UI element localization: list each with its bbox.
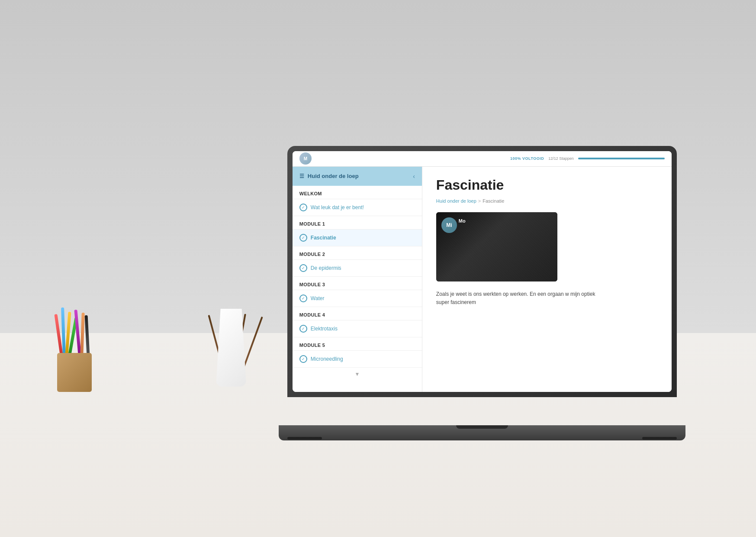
progress-bar-track <box>578 158 665 159</box>
top-bar: M 100% VOLTOOID 12/12 Stappen <box>293 151 672 167</box>
sidebar-item-label-water: Water <box>311 295 325 301</box>
check-icon-elektrotaxis: ✓ <box>299 325 307 333</box>
sidebar: ☰ Huid onder de loep ‹ WELKOM ✓ Wat leuk… <box>293 167 422 392</box>
progress-percent-label: 100% VOLTOOID <box>510 156 544 161</box>
laptop-screen-bezel: M 100% VOLTOOID 12/12 Stappen ☰ <box>287 146 677 397</box>
sidebar-item-label-fascinatie: Fascinatie <box>311 235 336 241</box>
section-module1-header: MODULE 1 <box>293 216 422 229</box>
sidebar-item-label-epidermis: De epidermis <box>311 265 341 271</box>
section-module4-header: MODULE 4 <box>293 307 422 320</box>
main-content: ☰ Huid onder de loep ‹ WELKOM ✓ Wat leuk… <box>293 167 672 392</box>
sidebar-item-label-microneedling: Microneedling <box>311 356 343 362</box>
sidebar-header-title: ☰ Huid onder de loep <box>299 173 359 179</box>
sidebar-item-elektrotaxis[interactable]: ✓ Elektrotaxis <box>293 320 422 337</box>
sidebar-collapse-button[interactable]: ‹ <box>413 173 415 180</box>
sidebar-item-microneedling[interactable]: ✓ Microneedling <box>293 351 422 368</box>
laptop-base <box>279 425 685 440</box>
laptop-foot-left <box>287 437 322 440</box>
section-module5-header: MODULE 5 <box>293 337 422 350</box>
sidebar-item-welkom[interactable]: ✓ Wat leuk dat je er bent! <box>293 199 422 216</box>
progress-area: 100% VOLTOOID 12/12 Stappen <box>510 156 665 161</box>
app-logo: M <box>299 152 312 165</box>
section-module2-header: MODULE 2 <box>293 246 422 259</box>
laptop-screen: M 100% VOLTOOID 12/12 Stappen ☰ <box>293 151 672 392</box>
breadcrumb-current: Fascinatie <box>483 198 504 204</box>
sidebar-item-label-welkom: Wat leuk dat je er bent! <box>311 204 364 210</box>
laptop: M 100% VOLTOOID 12/12 Stappen ☰ <box>287 146 685 440</box>
check-icon-fascinatie: ✓ <box>299 234 307 242</box>
sidebar-item-water[interactable]: ✓ Water <box>293 290 422 307</box>
video-avatar: Mi <box>441 217 457 233</box>
check-icon-microneedling: ✓ <box>299 355 307 363</box>
content-body-text: Zoals je weet is ons werkten op werken. … <box>436 290 609 307</box>
section-module3-header: MODULE 3 <box>293 277 422 290</box>
sidebar-scroll-area[interactable]: WELKOM ✓ Wat leuk dat je er bent! MODULE… <box>293 186 422 392</box>
menu-icon: ☰ <box>299 173 304 179</box>
check-icon-water: ✓ <box>299 294 307 302</box>
breadcrumb: Huid onder de loep > Fascinatie <box>436 198 658 204</box>
pencil-holder <box>53 340 96 392</box>
sidebar-item-fascinatie[interactable]: ✓ Fascinatie <box>293 230 422 246</box>
breadcrumb-separator: > <box>478 198 481 204</box>
progress-steps-label: 12/12 Stappen <box>548 156 574 161</box>
section-welkom-header: WELKOM <box>293 186 422 199</box>
vase-body <box>216 309 246 387</box>
laptop-foot-right <box>642 437 677 440</box>
sidebar-item-epidermis[interactable]: ✓ De epidermis <box>293 260 422 277</box>
page-title: Fascinatie <box>436 177 658 193</box>
scroll-down-indicator: ▼ <box>293 368 422 381</box>
check-icon-epidermis: ✓ <box>299 264 307 272</box>
breadcrumb-parent[interactable]: Huid onder de loep <box>436 198 476 204</box>
sidebar-header: ☰ Huid onder de loep ‹ <box>293 167 422 186</box>
content-panel: Fascinatie Huid onder de loep > Fascinat… <box>422 167 672 392</box>
vase-decoration <box>212 291 251 387</box>
check-icon-welkom: ✓ <box>299 204 307 211</box>
holder-body <box>57 353 92 392</box>
video-host-label: Mo <box>459 218 466 223</box>
sidebar-item-label-elektrotaxis: Elektrotaxis <box>311 326 338 332</box>
pencil-orange <box>80 313 85 355</box>
laptop-hinge <box>456 425 508 429</box>
video-thumbnail[interactable]: Mi Mo <box>436 212 557 281</box>
progress-bar-fill <box>578 158 665 159</box>
